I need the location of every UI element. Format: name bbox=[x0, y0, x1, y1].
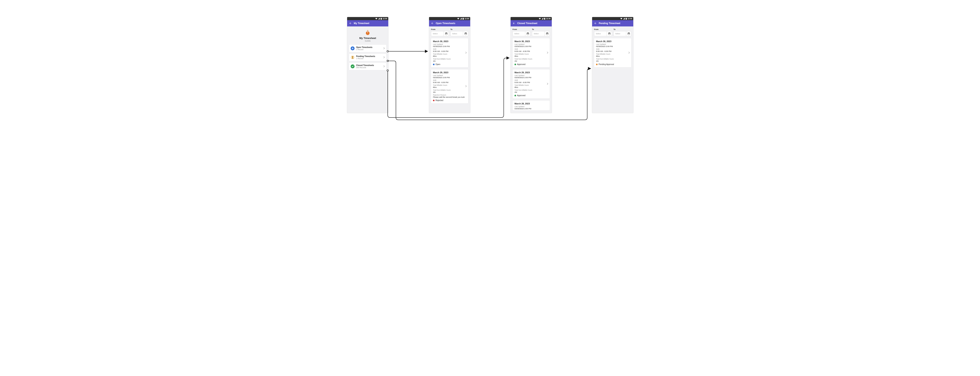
timesheet-card[interactable]: March 29, 2023 Last Updated 03/30/2023 2… bbox=[512, 69, 550, 98]
chevron-right-icon bbox=[628, 51, 630, 54]
page-title: Closed Timesheet bbox=[517, 22, 537, 25]
check-icon bbox=[351, 64, 355, 68]
from-label: From bbox=[512, 29, 530, 30]
svg-rect-12 bbox=[465, 33, 467, 33]
list-item-sub: 200 Records bbox=[356, 67, 382, 68]
wifi-icon bbox=[620, 18, 622, 19]
back-icon[interactable] bbox=[594, 22, 597, 25]
wifi-icon bbox=[457, 18, 459, 19]
app-bar: Pending Timesheet bbox=[592, 20, 633, 27]
svg-rect-10 bbox=[447, 33, 447, 33]
from-placeholder: Select bbox=[431, 31, 444, 36]
svg-rect-28 bbox=[608, 33, 610, 33]
list-item-open-timesheets[interactable]: Open Timesheets 1 Record bbox=[349, 44, 386, 52]
calendar-icon[interactable] bbox=[444, 31, 449, 36]
svg-rect-2 bbox=[367, 30, 369, 30]
svg-rect-20 bbox=[528, 33, 528, 33]
plus-icon bbox=[351, 46, 355, 50]
app-bar: My Timesheet bbox=[347, 20, 388, 27]
timesheet-card[interactable]: March 29, 2023 Last Updated 03/29/2023 2… bbox=[431, 69, 468, 103]
list-item-sub: 1 Record bbox=[356, 57, 382, 60]
hero-subtitle: Subtitle bbox=[347, 40, 388, 42]
svg-rect-14 bbox=[466, 33, 466, 33]
chevron-right-icon bbox=[465, 51, 467, 54]
status-time: 12:30 bbox=[546, 17, 550, 20]
to-date-input[interactable]: Select bbox=[614, 31, 631, 36]
list-item-label: Open Timesheets bbox=[356, 46, 382, 48]
svg-rect-25 bbox=[626, 18, 627, 20]
page-title: My Timesheet bbox=[354, 22, 369, 25]
svg-rect-23 bbox=[547, 33, 547, 33]
svg-rect-34 bbox=[629, 33, 629, 33]
to-date-input[interactable]: Select bbox=[532, 31, 550, 36]
from-date-input[interactable]: Select bbox=[512, 31, 530, 36]
chevron-right-icon bbox=[465, 85, 467, 88]
list-item-pending-timesheets[interactable]: Pending Timesheets 1 Record bbox=[349, 54, 386, 61]
svg-rect-9 bbox=[446, 33, 446, 33]
from-label: From bbox=[431, 29, 449, 30]
status-dot bbox=[433, 100, 434, 101]
svg-rect-19 bbox=[527, 33, 528, 33]
signal-icon bbox=[460, 18, 462, 19]
wifi-icon bbox=[539, 18, 541, 19]
list-item-closed-timesheets[interactable]: Closed Timesheets 200 Records bbox=[349, 63, 386, 70]
signal-icon bbox=[623, 18, 625, 19]
app-bar: Open Timesheets bbox=[429, 20, 470, 27]
chevron-right-icon bbox=[547, 51, 548, 54]
screen-my-timesheet: 12:30 My Timesheet My Timesheet Subtitle… bbox=[347, 17, 388, 113]
hourglass-icon bbox=[351, 56, 355, 59]
timesheet-card[interactable]: March 28, 2023 Last Updated 03/30/2023 2… bbox=[512, 100, 550, 111]
to-date-input[interactable]: Select bbox=[450, 31, 468, 36]
list-item-label: Pending Timesheets bbox=[356, 55, 382, 57]
svg-rect-32 bbox=[628, 33, 630, 33]
page-title: Open Timesheets bbox=[436, 22, 455, 25]
chevron-right-icon bbox=[383, 47, 385, 50]
svg-rect-33 bbox=[628, 33, 628, 33]
timesheet-card[interactable]: March 30, 2023 Last Updated 03/30/2023 2… bbox=[431, 38, 468, 67]
status-bar: 12:30 bbox=[511, 17, 552, 20]
to-label: To bbox=[532, 29, 550, 30]
from-date-input[interactable]: Select bbox=[594, 31, 612, 36]
to-label: To bbox=[614, 29, 631, 30]
calendar-icon[interactable] bbox=[525, 31, 530, 36]
calendar-icon[interactable] bbox=[607, 31, 612, 36]
stopwatch-icon bbox=[365, 30, 371, 35]
timesheet-card[interactable]: March 30, 2023 Last Updated 03/30/2023 2… bbox=[594, 38, 631, 67]
screen-pending-timesheet: 12:30 Pending Timesheet From Select To S… bbox=[592, 17, 633, 113]
svg-rect-30 bbox=[609, 33, 610, 33]
card-date: March 30, 2023 bbox=[433, 40, 466, 43]
battery-icon bbox=[463, 18, 464, 20]
status-time: 12:30 bbox=[383, 17, 387, 20]
calendar-icon[interactable] bbox=[463, 31, 468, 36]
screen-open-timesheets: 12:30 Open Timesheets From Select To Sel… bbox=[429, 17, 470, 113]
battery-icon bbox=[626, 18, 627, 20]
status-dot bbox=[596, 63, 598, 65]
back-icon[interactable] bbox=[431, 22, 434, 25]
status-bar: 12:30 bbox=[429, 17, 470, 20]
card-date: March 29, 2023 bbox=[433, 71, 466, 74]
calendar-icon[interactable] bbox=[626, 31, 631, 36]
svg-rect-22 bbox=[546, 33, 548, 33]
svg-rect-0 bbox=[381, 18, 382, 20]
svg-rect-5 bbox=[463, 18, 464, 20]
chevron-right-icon bbox=[547, 82, 548, 85]
battery-icon bbox=[381, 18, 382, 20]
status-bar: 12:30 bbox=[592, 17, 633, 20]
svg-rect-8 bbox=[445, 33, 447, 33]
to-label: To bbox=[450, 29, 468, 30]
status-dot bbox=[514, 63, 516, 65]
list-item-label: Closed Timesheets bbox=[356, 64, 382, 67]
to-placeholder: Select bbox=[450, 31, 463, 36]
timesheet-card[interactable]: March 30, 2023 Last Updated 03/30/2023 2… bbox=[512, 38, 550, 67]
from-label: From bbox=[594, 29, 612, 30]
from-date-input[interactable]: Select bbox=[431, 31, 449, 36]
svg-rect-18 bbox=[527, 33, 529, 33]
back-icon[interactable] bbox=[349, 22, 352, 25]
hero-title: My Timesheet bbox=[347, 36, 388, 40]
status-dot bbox=[433, 63, 434, 65]
back-icon[interactable] bbox=[512, 22, 515, 25]
status-time: 12:30 bbox=[628, 17, 632, 20]
list-item-sub: 1 Record bbox=[356, 49, 382, 51]
calendar-icon[interactable] bbox=[544, 31, 550, 36]
status-bar: 12:30 bbox=[347, 17, 388, 20]
